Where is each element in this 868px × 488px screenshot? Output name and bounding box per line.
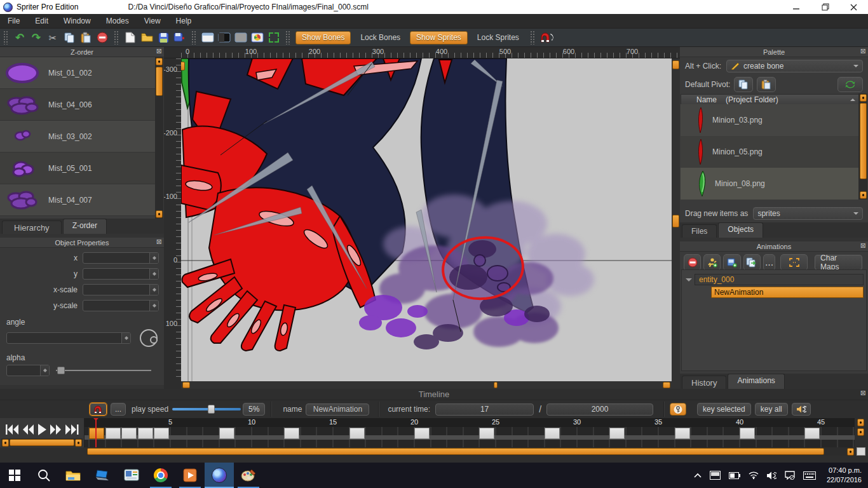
menu-view[interactable]: View: [137, 17, 168, 25]
tab-animations[interactable]: Animations: [728, 374, 784, 389]
y-spinner[interactable]: [149, 269, 158, 279]
playback-scrollbar[interactable]: [1, 438, 83, 447]
action-center-icon[interactable]: [785, 471, 795, 480]
redo-button[interactable]: ↷: [28, 29, 44, 46]
scroll-handle[interactable]: [672, 215, 679, 227]
keyframe[interactable]: [804, 428, 820, 439]
battery-icon[interactable]: [729, 472, 740, 479]
menu-window[interactable]: Window: [56, 17, 98, 25]
zorder-item[interactable]: Mist_01_002: [0, 57, 155, 89]
keyframe[interactable]: [479, 428, 494, 439]
file-item[interactable]: Minion_03.png: [681, 104, 859, 136]
key-all-button[interactable]: key all: [755, 403, 788, 416]
zorder-close-icon[interactable]: ⊠: [156, 48, 162, 55]
collapse-arrow-icon[interactable]: [686, 278, 692, 285]
alpha-field[interactable]: [6, 365, 50, 376]
toolbar-grip[interactable]: [191, 30, 196, 44]
new-file-button[interactable]: [122, 29, 139, 46]
snap-magnet-button[interactable]: [538, 29, 555, 46]
scroll-right-button[interactable]: [75, 439, 82, 447]
keyframe[interactable]: [219, 428, 234, 439]
animations-close-icon[interactable]: ⊠: [860, 242, 866, 249]
close-button[interactable]: [839, 0, 868, 14]
play-button[interactable]: [37, 423, 47, 436]
show-bones-toggle[interactable]: Show Bones: [295, 31, 351, 44]
display-icon[interactable]: [710, 471, 721, 480]
connect-device-button[interactable]: [88, 463, 117, 488]
toolbar-grip[interactable]: [285, 30, 290, 44]
office-app-button[interactable]: [117, 463, 146, 488]
menu-edit[interactable]: Edit: [27, 17, 56, 25]
angle-dial[interactable]: [140, 329, 158, 347]
keyframe[interactable]: [675, 428, 690, 439]
timeline-close-icon[interactable]: ⊠: [860, 390, 866, 396]
alpha-slider[interactable]: [56, 366, 158, 375]
scroll-center-handle[interactable]: [494, 382, 498, 388]
next-frame-button[interactable]: [50, 424, 62, 435]
sound-button[interactable]: [792, 403, 811, 416]
keyframe[interactable]: [138, 428, 153, 439]
alpha-slider-handle[interactable]: [57, 367, 65, 374]
save-button[interactable]: [155, 29, 172, 46]
lock-bones-toggle[interactable]: Lock Bones: [355, 31, 406, 44]
scroll-down-button[interactable]: [156, 210, 163, 218]
fit-view-button[interactable]: [266, 29, 282, 46]
media-player-button[interactable]: [175, 463, 205, 488]
more-options-button[interactable]: ...: [763, 254, 775, 271]
timeline-snap-button[interactable]: [90, 403, 107, 416]
duplicate-animation-button[interactable]: [743, 254, 761, 271]
current-time-field[interactable]: 17: [435, 403, 534, 416]
prev-frame-button[interactable]: [22, 424, 34, 435]
paste-button[interactable]: [78, 29, 94, 46]
file-item[interactable]: Minion_08.png: [681, 168, 859, 200]
animation-name-field[interactable]: NewAnimation: [306, 403, 369, 416]
menu-file[interactable]: File: [0, 17, 27, 25]
alt-click-dropdown[interactable]: create bone: [726, 60, 863, 72]
copy-pivot-button[interactable]: [734, 77, 753, 92]
scroll-down-button[interactable]: [860, 191, 867, 199]
file-explorer-button[interactable]: [58, 463, 88, 488]
palette-list-header[interactable]: Name (Project Folder): [681, 94, 867, 105]
toolbar-grip[interactable]: [114, 30, 119, 44]
save-as-button[interactable]: [172, 29, 188, 46]
total-time-field[interactable]: 2000: [546, 403, 653, 416]
yscale-spinner[interactable]: [149, 301, 158, 311]
keyframe[interactable]: [121, 428, 137, 439]
scroll-bar[interactable]: [10, 439, 74, 446]
copy-button[interactable]: [61, 29, 78, 46]
chrome-button[interactable]: [146, 463, 175, 488]
paste-pivot-button[interactable]: [757, 77, 776, 92]
palette-scrollbar[interactable]: [858, 93, 867, 200]
keyframe[interactable]: [105, 428, 121, 439]
x-field[interactable]: [83, 252, 159, 264]
file-item[interactable]: Minion_05.png: [681, 136, 859, 168]
xscale-field[interactable]: [83, 284, 159, 295]
scroll-right-button[interactable]: [847, 448, 854, 456]
toolbar-grip[interactable]: [530, 30, 535, 44]
entity-item[interactable]: entity_000: [695, 274, 864, 285]
tab-hierarchy[interactable]: Hierarchy: [2, 220, 62, 234]
scroll-top-handle[interactable]: [672, 60, 679, 69]
scroll-bar[interactable]: [87, 448, 824, 455]
play-speed-slider[interactable]: [172, 404, 241, 414]
zorder-item[interactable]: Mist_04_007: [0, 184, 155, 216]
animation-item-selected[interactable]: NewAnimation: [711, 287, 864, 298]
volume-icon[interactable]: [767, 471, 776, 480]
add-entity-button[interactable]: [703, 254, 721, 271]
key-selected-button[interactable]: key selected: [697, 403, 751, 416]
keyframe[interactable]: [740, 428, 755, 439]
speed-slider-handle[interactable]: [208, 405, 215, 414]
bg-color-button[interactable]: [249, 29, 266, 46]
lock-sprites-toggle[interactable]: Lock Sprites: [471, 31, 525, 44]
skip-start-button[interactable]: [5, 424, 19, 435]
x-spinner[interactable]: [149, 253, 158, 263]
angle-spinner[interactable]: [121, 333, 130, 343]
scroll-up-button[interactable]: [156, 58, 163, 65]
timeline-ruler-numbers[interactable]: 51015202530354045: [85, 418, 855, 427]
object-properties-close-icon[interactable]: ⊠: [156, 238, 162, 245]
keyframe-track[interactable]: [85, 427, 855, 447]
zorder-item[interactable]: Mist_04_006: [0, 89, 155, 121]
scroll-up-button[interactable]: [857, 419, 864, 426]
drag-items-dropdown[interactable]: sprites: [753, 207, 863, 220]
keyframe[interactable]: [414, 428, 430, 439]
